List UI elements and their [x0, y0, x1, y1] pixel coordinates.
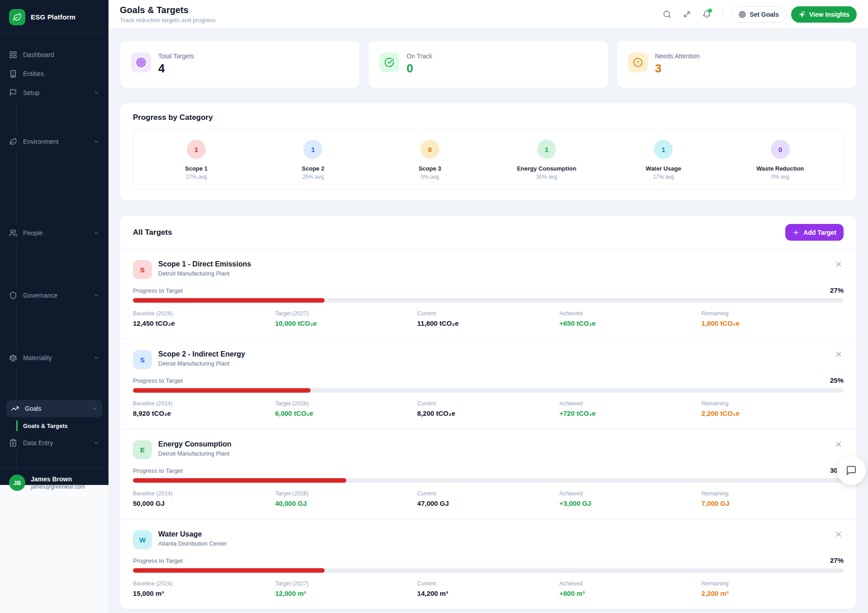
search-icon [663, 10, 671, 19]
progress-percent: 27% [830, 556, 844, 564]
target-title: Scope 1 - Direct Emissions [158, 260, 251, 268]
sidebar-item-governance[interactable]: Governance [0, 286, 108, 305]
progress-bar [133, 298, 844, 303]
card-value: 4 [158, 62, 194, 76]
stat-achieved: Achieved+800 m³ [559, 580, 701, 597]
card-label: Total Targets [158, 52, 194, 60]
sidebar-item-entities[interactable]: Entities [0, 64, 108, 83]
view-insights-label: View Insights [809, 11, 849, 18]
category-count: 0 [420, 140, 439, 159]
scales-icon [9, 354, 17, 362]
category-avg: 0% avg [372, 174, 488, 180]
page-subtitle: Track reduction targets and progress [120, 17, 216, 24]
close-icon [835, 530, 843, 538]
on-track-card: On Track 0 [368, 40, 608, 88]
shield-icon [9, 291, 17, 299]
target-entity: Detroit Manufacturing Plant [158, 360, 245, 367]
stat-baseline: Baseline (2024)12,450 tCO₂e [133, 310, 275, 327]
sidebar-item-dashboard[interactable]: Dashboard [0, 45, 108, 64]
view-insights-button[interactable]: View Insights [791, 6, 857, 23]
category-count: 1 [303, 140, 322, 159]
submenu-indent-line [16, 102, 108, 132]
section-title: All Targets [133, 228, 172, 237]
sidebar-item-environment[interactable]: Environment [0, 132, 108, 151]
progress-label: Progress to Target [133, 287, 183, 294]
sidebar-item-data-entry[interactable]: Data Entry [0, 433, 108, 452]
target-row-scope2: S Scope 2 - Indirect Energy Detroit Manu… [120, 339, 856, 429]
close-icon [835, 260, 843, 268]
brand-header: ESG Platform [0, 0, 108, 34]
chat-bubble-icon [846, 465, 857, 476]
card-value: 3 [655, 62, 700, 76]
chevron-down-icon [93, 138, 99, 145]
progress-by-category-panel: Progress by Category 1 Scope 1 27% avg 1… [120, 103, 857, 201]
user-profile[interactable]: JB James Brown james@greenleaf.com [0, 468, 108, 497]
stat-current: Current47,000 GJ [417, 490, 559, 507]
close-button[interactable] [835, 530, 844, 539]
progress-label: Progress to Target [133, 377, 183, 384]
category-name: Scope 2 [255, 165, 371, 172]
submenu-indent-line [16, 367, 108, 399]
progress-bar [133, 568, 844, 573]
stat-target: Target (2027)12,000 m³ [275, 580, 417, 597]
chevron-down-icon [93, 440, 99, 446]
sidebar-item-setup[interactable]: Setup [0, 83, 108, 102]
target-icon [131, 52, 151, 72]
needs-attention-card: Needs Attention 3 [617, 40, 857, 88]
category-count: 1 [537, 140, 556, 159]
target-entity: Detroit Manufacturing Plant [158, 450, 231, 457]
category-avg: 25% avg [255, 174, 371, 180]
set-goals-button[interactable]: Set Goals [731, 6, 787, 23]
sidebar-item-label: Dashboard [23, 51, 99, 58]
sidebar-item-label: Entities [23, 70, 99, 77]
building-icon [9, 70, 17, 78]
category-avg: 30% avg [488, 174, 605, 180]
category-waste: 0 Waste Reduction 0% avg [722, 140, 839, 180]
diagonal-arrows-icon [683, 10, 691, 19]
sidebar-item-people[interactable]: People [0, 223, 108, 242]
add-target-button[interactable]: Add Target [785, 224, 844, 241]
target-title: Scope 2 - Indirect Energy [158, 350, 245, 358]
target-initial-badge: S [133, 350, 152, 369]
category-count: 1 [187, 140, 206, 159]
progress-bar [133, 478, 844, 483]
category-scope1: 1 Scope 1 27% avg [138, 140, 255, 180]
progress-bar [133, 388, 844, 393]
stat-achieved: Achieved+3,000 GJ [559, 490, 701, 507]
sidebar-item-label: Goals [25, 405, 85, 412]
submenu-indent-line [16, 151, 108, 223]
close-button[interactable] [835, 260, 844, 269]
trending-up-icon [11, 404, 19, 413]
stat-remaining: Remaining2,200 tCO₂e [702, 400, 844, 417]
close-button[interactable] [835, 440, 844, 449]
category-name: Scope 3 [372, 165, 488, 172]
submenu-indent-line [16, 452, 108, 468]
sidebar-nav: Dashboard Entities Setup Environment Peo… [0, 34, 108, 468]
search-button[interactable] [659, 7, 675, 22]
close-icon [835, 440, 843, 448]
user-email: james@greenleaf.com [31, 484, 85, 490]
stat-current: Current14,200 m³ [417, 580, 559, 597]
chevron-down-icon [93, 230, 99, 236]
category-avg: 27% avg [138, 174, 255, 180]
sidebar-item-label: Data Entry [23, 439, 87, 447]
close-button[interactable] [835, 350, 844, 359]
progress-label: Progress to Target [133, 467, 183, 474]
category-water: 1 Water Usage 27% avg [605, 140, 722, 180]
sidebar-item-label: People [23, 229, 87, 237]
sidebar-item-goals[interactable]: Goals [6, 400, 102, 417]
category-scope2: 1 Scope 2 25% avg [255, 140, 371, 180]
expand-button[interactable] [679, 7, 694, 22]
sidebar-item-label: Governance [23, 292, 87, 299]
notifications-button[interactable] [699, 7, 714, 22]
category-count: 0 [771, 140, 790, 159]
progress-label: Progress to Target [133, 557, 183, 564]
section-title: Progress by Category [133, 113, 844, 122]
leaf-logo-icon [9, 9, 25, 25]
sidebar-item-materiality[interactable]: Materiality [0, 348, 108, 367]
sidebar-subitem-goals-targets[interactable]: Goals & Targets [0, 418, 108, 433]
chat-widget-button[interactable] [837, 456, 866, 485]
category-name: Energy Consumption [488, 165, 605, 172]
target-initial-badge: S [133, 260, 152, 279]
stat-remaining: Remaining1,800 tCO₂e [702, 310, 844, 327]
